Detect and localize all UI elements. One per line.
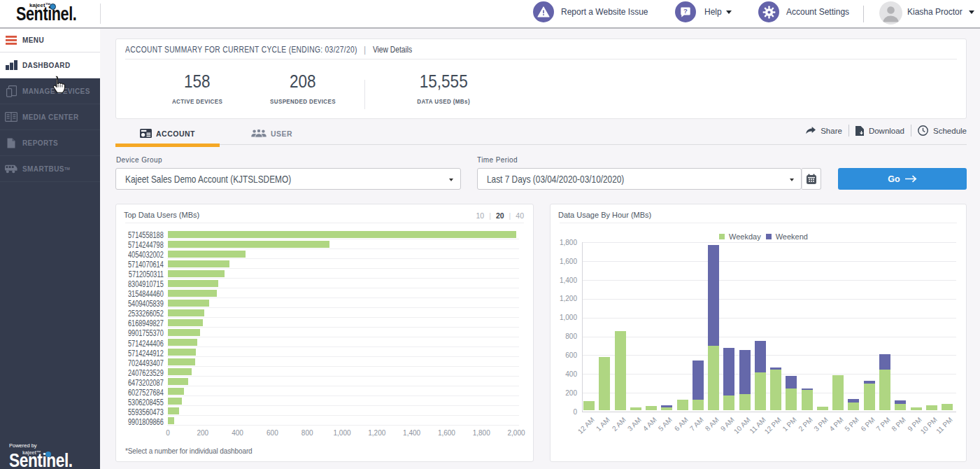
svg-text:?: ?: [683, 7, 688, 15]
